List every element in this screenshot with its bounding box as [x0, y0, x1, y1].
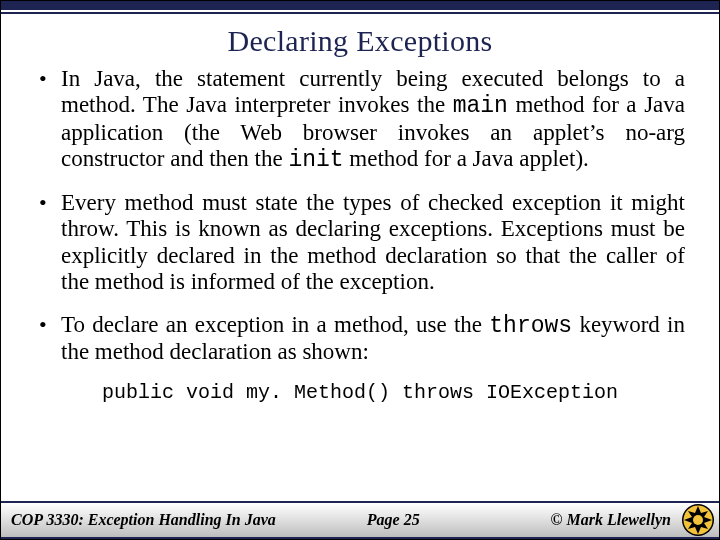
- bullet-1-code-main: main: [453, 93, 508, 119]
- footer-page: Page 25: [367, 511, 460, 529]
- ucf-logo-icon: [681, 503, 715, 537]
- svg-point-2: [693, 515, 703, 525]
- footer-course: COP 3330: Exception Handling In Java: [11, 511, 276, 529]
- bullet-3: To declare an exception in a method, use…: [35, 312, 685, 366]
- bullet-3-text-a: To declare an exception in a method, use…: [61, 312, 489, 337]
- bullet-3-code-throws: throws: [489, 313, 572, 339]
- bullet-2: Every method must state the types of che…: [35, 190, 685, 296]
- slide-content: In Java, the statement currently being e…: [1, 66, 719, 501]
- slide: Declaring Exceptions In Java, the statem…: [0, 0, 720, 540]
- bullet-1-text-c: method for a Java applet).: [344, 146, 589, 171]
- code-example: public void my. Method() throws IOExcept…: [35, 381, 685, 404]
- slide-title: Declaring Exceptions: [1, 14, 719, 66]
- top-accent-bar: [1, 1, 719, 10]
- slide-footer: COP 3330: Exception Handling In Java Pag…: [1, 501, 719, 539]
- bullet-1: In Java, the statement currently being e…: [35, 66, 685, 174]
- bullet-1-code-init: init: [288, 147, 343, 173]
